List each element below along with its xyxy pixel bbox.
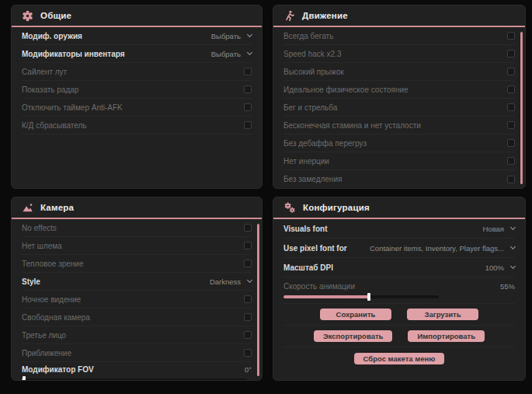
setting-row: Третье лицо (22, 326, 252, 344)
no-overload-debuff-checkbox[interactable] (507, 139, 515, 147)
setting-row: Сайлент лут (22, 63, 252, 81)
no-helmet-checkbox[interactable] (244, 242, 252, 249)
no-helmet-label: Нет шлема (22, 242, 62, 250)
thermal-vision-checkbox[interactable] (244, 260, 252, 267)
export-button[interactable]: Экспортировать (314, 330, 392, 342)
third-person-checkbox[interactable] (244, 331, 252, 339)
fov-modifier-slider[interactable] (22, 378, 247, 381)
night-vision-label: Ночное видение (22, 295, 81, 304)
setting-row: К/Д сбрасыватель (22, 117, 252, 134)
pixel-font-dropdown[interactable]: Container items, Inventory, Player flags… (370, 244, 515, 253)
gears-icon (283, 202, 296, 214)
high-jump-checkbox[interactable] (507, 68, 515, 75)
setting-row: Свободная камера (22, 309, 252, 326)
chevron-down-icon (247, 50, 252, 55)
movement-scrollbar[interactable] (520, 32, 523, 184)
run-and-shoot-label: Бег и стрельба (283, 103, 337, 112)
perfect-condition-label: Идеальное физическое состояние (283, 85, 409, 94)
setting-row: Speed hack x2.3 (283, 45, 515, 63)
setting-row: Масштаб DPI 100% (283, 258, 515, 277)
panel-movement-header: Движение (273, 5, 525, 27)
config-buttons-row-2: Экспортировать Импортировать (283, 326, 515, 347)
no-slowdown-checkbox[interactable] (507, 176, 515, 183)
setting-row: Без дебаффа перегруз (283, 134, 515, 152)
flower-gear-icon (22, 10, 33, 22)
night-vision-checkbox[interactable] (244, 295, 252, 303)
slider-thumb[interactable] (23, 376, 26, 381)
always-run-checkbox[interactable] (507, 32, 515, 40)
setting-row: Бег и стрельба (283, 99, 515, 117)
setting-row: Без замедления (283, 170, 515, 188)
infinite-stamina-checkbox[interactable] (507, 121, 515, 129)
high-jump-label: Высокий прыжок (283, 68, 344, 76)
pixel-font-label: Use pixel font for (283, 244, 347, 253)
chevron-down-icon (510, 225, 516, 230)
no-inertia-checkbox[interactable] (507, 157, 515, 165)
chevron-down-icon (247, 32, 252, 37)
panel-movement: Движение Всегда бегать Speed hack x2.3 В… (273, 5, 526, 189)
no-overload-debuff-label: Без дебаффа перегруз (283, 139, 367, 148)
save-button[interactable]: Сохранить (320, 309, 391, 320)
speed-hack-checkbox[interactable] (507, 50, 515, 58)
runner-icon (283, 10, 295, 22)
setting-row: No effects (22, 219, 252, 237)
thermal-vision-label: Тепловое зрение (22, 260, 84, 268)
fov-modifier-label: Модификатор FOV (22, 365, 94, 374)
setting-row: Всегда бегать (283, 27, 515, 45)
setting-row: Отключить таймер Anti-AFK (22, 99, 252, 117)
style-label: Style (22, 277, 40, 286)
zoom-checkbox[interactable] (244, 349, 252, 357)
style-dropdown[interactable]: Darkness (210, 277, 252, 286)
weapon-mod-label: Модиф. оружия (22, 32, 82, 40)
show-radar-checkbox[interactable] (244, 85, 252, 93)
camera-scrollbar[interactable] (257, 224, 259, 376)
config-buttons-row-1: Сохранить Загрузить (283, 304, 515, 326)
load-button[interactable]: Загрузить (407, 309, 478, 320)
anti-afk-label: Отключить таймер Anti-AFK (22, 103, 123, 112)
inventory-mods-dropdown[interactable]: Выбрать (211, 50, 252, 58)
kd-reset-checkbox[interactable] (244, 121, 252, 129)
setting-row: Модиф. оружия Выбрать (22, 27, 252, 45)
dpi-scale-dropdown[interactable]: 100% (485, 263, 515, 272)
reset-layout-button[interactable]: Сброс макета меню (354, 353, 445, 364)
setting-row: Высокий прыжок (283, 63, 515, 81)
panel-camera: Камера No effects Нет шлема Тепловое зре… (11, 197, 263, 381)
no-effects-checkbox[interactable] (244, 224, 252, 232)
run-and-shoot-checkbox[interactable] (507, 103, 515, 111)
visuals-font-dropdown[interactable]: Новая (482, 225, 515, 233)
weapon-mod-dropdown[interactable]: Выбрать (211, 32, 252, 40)
setting-row: Показать радар (22, 81, 252, 99)
inventory-mods-label: Модификаторы инвентаря (22, 50, 125, 58)
setting-row: Идеальное физическое состояние (283, 81, 515, 99)
show-radar-label: Показать радар (22, 85, 78, 94)
anti-afk-checkbox[interactable] (244, 103, 252, 111)
panel-camera-title: Камера (40, 203, 74, 212)
panel-movement-rows: Всегда бегать Speed hack x2.3 Высокий пр… (273, 27, 525, 188)
setting-row: Тепловое зрение (22, 255, 252, 273)
setting-row: Нет шлема (22, 237, 252, 255)
slider-thumb[interactable] (367, 293, 370, 301)
free-camera-checkbox[interactable] (244, 313, 252, 321)
animation-speed-value: 55% (500, 282, 515, 291)
panel-config: Конфигурация Visuals font Новая Use pixe… (273, 197, 526, 381)
setting-row: Use pixel font for Container items, Inve… (283, 239, 515, 258)
setting-row: Модификаторы инвентаря Выбрать (22, 45, 252, 63)
silent-loot-label: Сайлент лут (22, 68, 67, 76)
setting-row: Нет инерции (283, 152, 515, 170)
third-person-label: Третье лицо (22, 331, 66, 340)
animation-speed-label: Скорость анимации (283, 282, 355, 291)
panel-movement-title: Движение (302, 11, 348, 20)
speed-hack-label: Speed hack x2.3 (283, 50, 342, 58)
kd-reset-label: К/Д сбрасыватель (22, 121, 86, 130)
infinite-stamina-label: Бесконечная стамина и нет усталости (283, 121, 421, 130)
perfect-condition-checkbox[interactable] (507, 85, 515, 93)
animation-speed-slider[interactable] (283, 295, 439, 298)
no-effects-label: No effects (22, 224, 57, 232)
no-inertia-label: Нет инерции (283, 157, 329, 166)
import-button[interactable]: Импортировать (408, 330, 485, 342)
panel-general-rows: Модиф. оружия Выбрать Модификаторы инвен… (12, 27, 262, 134)
panel-general: Общие Модиф. оружия Выбрать Модификаторы… (11, 5, 263, 189)
silent-loot-checkbox[interactable] (244, 68, 252, 75)
animation-speed-row: Скорость анимации 55% (283, 277, 515, 304)
zoom-label: Приближение (22, 349, 71, 357)
